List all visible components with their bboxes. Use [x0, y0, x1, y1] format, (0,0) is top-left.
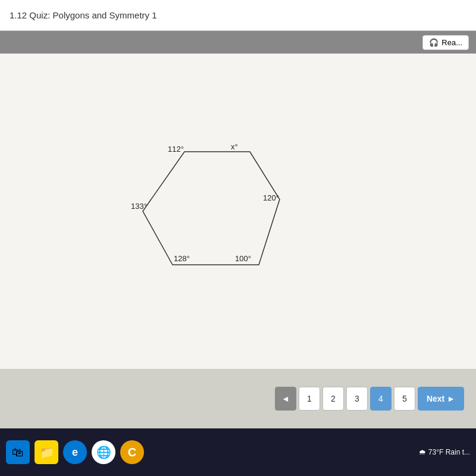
- taskbar: 🛍 📁 e 🌐 C 🌧 73°F Rain t...: [0, 428, 476, 476]
- svg-marker-0: [143, 152, 280, 265]
- explorer-icon[interactable]: 📁: [35, 440, 58, 464]
- headphone-icon: 🎧: [429, 38, 439, 47]
- top-bar: 1.12 Quiz: Polygons and Symmetry 1: [0, 0, 476, 31]
- polygon-container: 112° x° 120° 133° 100° 128°: [131, 140, 309, 306]
- angle-right: 120°: [263, 193, 279, 202]
- next-button[interactable]: Next ►: [418, 387, 464, 411]
- toolbar: 🎧 Rea...: [0, 31, 476, 54]
- weather-info: 🌧 73°F Rain t...: [419, 448, 470, 456]
- page-2-button[interactable]: 2: [322, 387, 344, 411]
- page-3-button[interactable]: 3: [346, 387, 368, 411]
- page-4-button[interactable]: 4: [370, 387, 392, 411]
- page-1-button[interactable]: 1: [299, 387, 320, 411]
- chrome-icon[interactable]: 🌐: [92, 440, 115, 464]
- edge-icon[interactable]: e: [63, 440, 87, 464]
- angle-left: 133°: [131, 202, 147, 211]
- read-button[interactable]: 🎧 Rea...: [422, 35, 469, 50]
- polygon-svg: [131, 140, 298, 289]
- nav-bar: ◄ 1 2 3 4 5 Next ►: [0, 369, 476, 428]
- weather-text: 73°F Rain t...: [428, 448, 470, 456]
- custom-icon[interactable]: C: [120, 440, 144, 464]
- read-label: Rea...: [441, 38, 462, 47]
- prev-button[interactable]: ◄: [275, 387, 296, 411]
- weather-icon: 🌧: [419, 448, 426, 456]
- angle-top-left: 112°: [168, 145, 184, 154]
- main-content: 112° x° 120° 133° 100° 128°: [0, 54, 476, 416]
- taskbar-right: 🌧 73°F Rain t...: [419, 448, 470, 456]
- page-5-button[interactable]: 5: [394, 387, 415, 411]
- angle-top-right: x°: [231, 142, 238, 151]
- angle-bottom-right: 100°: [235, 254, 251, 263]
- angle-bottom-left: 128°: [174, 254, 190, 263]
- store-icon[interactable]: 🛍: [6, 440, 30, 464]
- quiz-title: 1.12 Quiz: Polygons and Symmetry 1: [10, 10, 157, 20]
